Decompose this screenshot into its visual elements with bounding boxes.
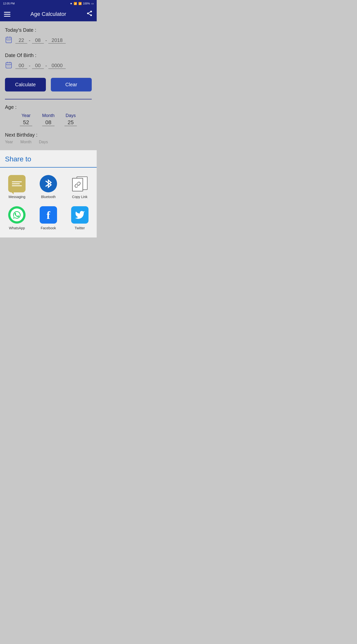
share-title: Share to — [5, 155, 92, 163]
dob-day-input[interactable] — [15, 63, 27, 69]
bluetooth-status-icon: ★ — [70, 2, 72, 5]
age-year-value: 52 — [20, 119, 32, 126]
copy-link-label: Copy Link — [72, 195, 88, 199]
today-year-input[interactable] — [48, 38, 66, 44]
share-facebook-item[interactable]: f Facebook — [34, 206, 63, 230]
today-day-input[interactable] — [15, 38, 27, 44]
bluetooth-icon — [40, 175, 57, 192]
status-icons: ★ 📶 📶 100% ▭ — [70, 2, 94, 5]
signal-icon: 📶 — [78, 2, 82, 5]
whatsapp-icon — [8, 206, 26, 224]
share-sheet: Share to Messaging Bluetooth — [0, 150, 97, 238]
next-birthday-subrow: Year Month Days — [5, 140, 92, 144]
age-result-row: Year 52 Month 08 Days 25 — [5, 113, 92, 126]
today-month-input[interactable] — [32, 38, 44, 44]
dob-calendar-icon — [5, 61, 12, 70]
share-grid: Messaging Bluetooth — [0, 168, 97, 238]
svg-line-4 — [88, 12, 90, 13]
svg-rect-11 — [10, 40, 10, 41]
age-label: Age : — [5, 104, 92, 110]
svg-point-1 — [87, 13, 89, 14]
clear-button[interactable]: Clear — [51, 78, 92, 92]
nb-year-header: Year — [5, 140, 13, 144]
whatsapp-label: WhatsApp — [9, 226, 25, 230]
share-messaging-item[interactable]: Messaging — [2, 175, 32, 199]
copy-link-front-paper — [72, 178, 83, 191]
msg-line1 — [12, 182, 22, 182]
share-button[interactable] — [86, 10, 93, 18]
facebook-icon: f — [40, 206, 57, 224]
msg-line3 — [12, 186, 22, 186]
svg-point-0 — [90, 11, 92, 12]
today-sep1: - — [29, 38, 30, 44]
age-year-col: Year 52 — [20, 113, 32, 126]
result-divider — [5, 99, 92, 100]
hamburger-menu-button[interactable] — [4, 12, 10, 16]
main-content: Today's Date : - - Date Of Birth : — [0, 21, 97, 150]
svg-point-2 — [90, 14, 92, 16]
age-days-col: Days 25 — [64, 113, 77, 126]
dob-month-input[interactable] — [32, 63, 44, 69]
age-month-header: Month — [42, 113, 54, 118]
age-days-header: Days — [66, 113, 76, 118]
wa-inner — [10, 208, 23, 221]
dob-year-input[interactable] — [48, 63, 66, 69]
age-month-value: 08 — [42, 119, 54, 126]
share-bluetooth-item[interactable]: Bluetooth — [34, 175, 63, 199]
dob-date-fields: - - — [15, 63, 66, 69]
time-display: 12:05 PM — [3, 2, 15, 5]
dob-sep2: - — [45, 63, 47, 69]
battery-icon: ▭ — [91, 2, 94, 5]
today-date-row: - - — [5, 36, 92, 45]
dob-label: Date Of Birth : — [5, 52, 92, 58]
nb-days-header: Days — [39, 140, 48, 144]
svg-rect-16 — [7, 66, 8, 66]
age-section: Age : Year 52 Month 08 Days 25 — [5, 104, 92, 126]
svg-rect-12 — [6, 62, 12, 68]
facebook-label: Facebook — [41, 226, 56, 230]
wifi-icon: 📶 — [74, 2, 77, 5]
dob-sep1: - — [29, 63, 30, 69]
today-calendar-icon — [5, 36, 12, 45]
messaging-icon — [8, 175, 26, 192]
today-date-label: Today's Date : — [5, 27, 92, 33]
copy-link-icon-wrap — [71, 175, 88, 192]
svg-rect-10 — [8, 40, 9, 41]
age-month-col: Month 08 — [42, 113, 54, 126]
age-days-value: 25 — [64, 119, 77, 126]
status-bar: 12:05 PM ★ 📶 📶 100% ▭ — [0, 0, 97, 7]
svg-rect-9 — [7, 40, 8, 41]
svg-rect-5 — [6, 37, 12, 43]
today-date-fields: - - — [15, 38, 66, 44]
action-buttons: Calculate Clear — [5, 78, 92, 92]
next-birthday-label: Next Birthday : — [5, 132, 92, 138]
today-sep2: - — [45, 38, 47, 44]
share-twitter-item[interactable]: Twitter — [65, 206, 94, 230]
fb-f-letter: f — [46, 210, 50, 221]
svg-rect-18 — [10, 66, 10, 66]
app-bar: Age Calculator — [0, 7, 97, 21]
messaging-label: Messaging — [8, 195, 25, 199]
share-copylink-item[interactable]: Copy Link — [65, 175, 94, 199]
nb-month-header: Month — [20, 140, 31, 144]
share-header: Share to — [0, 150, 97, 165]
dob-row: - - — [5, 61, 92, 70]
app-title: Age Calculator — [30, 11, 66, 17]
battery-text: 100% — [83, 2, 90, 5]
svg-line-3 — [88, 14, 90, 15]
bluetooth-label: Bluetooth — [41, 195, 56, 199]
twitter-icon — [71, 206, 88, 224]
msg-line2 — [12, 184, 20, 184]
share-whatsapp-item[interactable]: WhatsApp — [2, 206, 32, 230]
twitter-label: Twitter — [74, 226, 85, 230]
svg-rect-17 — [8, 66, 9, 66]
calculate-button[interactable]: Calculate — [5, 78, 46, 92]
age-year-header: Year — [22, 113, 30, 118]
